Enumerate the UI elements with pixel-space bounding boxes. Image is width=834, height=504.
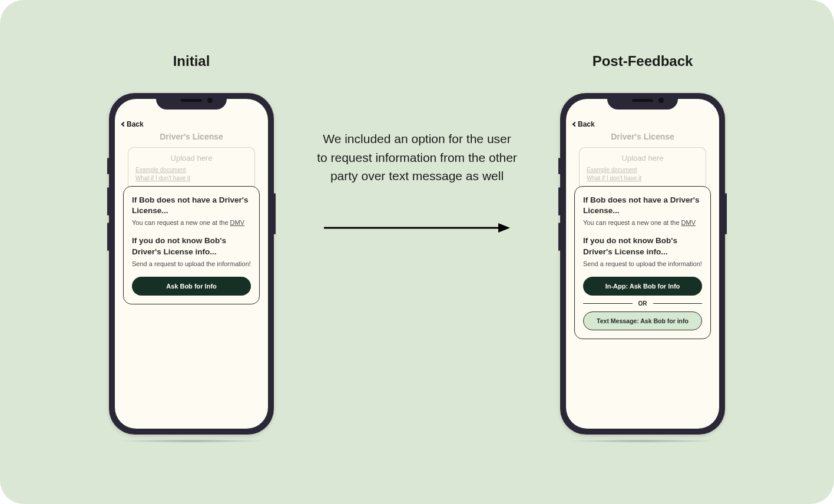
phone-side-button xyxy=(107,158,109,174)
explanation-block: We included an option for the user to re… xyxy=(317,130,517,235)
back-label: Back xyxy=(127,120,144,128)
modal-body-1: You can request a new one at the DMV xyxy=(132,218,251,227)
modal-body-1-text: You can request a new one at the xyxy=(583,219,681,226)
phone-side-button xyxy=(558,158,560,174)
upload-title: Upload here xyxy=(135,154,247,163)
comparison-canvas: Initial Back Driver's License Upload her… xyxy=(0,0,834,504)
phone-screen-post: Back Driver's License Upload here Exampl… xyxy=(566,99,719,429)
back-label: Back xyxy=(578,120,595,128)
modal-heading-1: If Bob does not have a Driver's License.… xyxy=(132,195,251,216)
divider-line xyxy=(653,303,703,304)
example-document-link[interactable]: Example document xyxy=(587,166,699,174)
phone-side-button xyxy=(274,193,276,234)
ask-bob-button[interactable]: Ask Bob for Info xyxy=(132,277,251,296)
or-divider: OR xyxy=(583,300,702,307)
missing-doc-link[interactable]: What if I don't have it xyxy=(135,174,247,183)
modal-heading-2: If you do not know Bob's Driver's Licens… xyxy=(132,236,251,257)
phone-side-button xyxy=(107,223,109,251)
upload-title: Upload here xyxy=(587,154,699,163)
in-app-ask-button[interactable]: In-App: Ask Bob for Info xyxy=(583,277,702,296)
upload-card: Upload here Example document What if I d… xyxy=(579,147,706,187)
modal-body-1: You can request a new one at the DMV xyxy=(583,218,702,227)
dmv-link[interactable]: DMV xyxy=(681,219,696,226)
upload-card: Upload here Example document What if I d… xyxy=(128,147,255,187)
back-button[interactable]: Back xyxy=(122,120,261,128)
modal-heading-1: If Bob does not have a Driver's License.… xyxy=(583,195,702,216)
initial-column: Initial Back Driver's License Upload her… xyxy=(109,53,274,435)
modal-heading-2: If you do not know Bob's Driver's Licens… xyxy=(583,236,702,257)
initial-title: Initial xyxy=(173,53,210,69)
modal-body-2: Send a request to upload the information… xyxy=(132,260,251,268)
phone-notch xyxy=(156,93,227,110)
phone-frame-post: Back Driver's License Upload here Exampl… xyxy=(560,93,725,435)
explanation-text: We included an option for the user to re… xyxy=(317,130,517,185)
dmv-link[interactable]: DMV xyxy=(230,219,244,226)
missing-doc-link[interactable]: What if I don't have it xyxy=(587,174,699,183)
example-document-link[interactable]: Example document xyxy=(135,166,247,174)
modal-body-2: Send a request to upload the information… xyxy=(583,260,702,268)
chevron-left-icon xyxy=(121,122,126,127)
divider-line xyxy=(583,303,633,304)
phone-side-button xyxy=(558,187,560,215)
phone-side-button xyxy=(725,193,727,234)
help-modal: If Bob does not have a Driver's License.… xyxy=(123,186,260,304)
help-modal: If Bob does not have a Driver's License.… xyxy=(574,186,711,339)
chevron-left-icon xyxy=(572,122,577,127)
page-title: Driver's License xyxy=(573,132,712,141)
back-button[interactable]: Back xyxy=(573,120,712,128)
arrow-icon xyxy=(317,221,517,235)
or-label: OR xyxy=(638,300,647,307)
phone-screen-initial: Back Driver's License Upload here Exampl… xyxy=(115,99,268,429)
phone-notch xyxy=(607,93,678,110)
page-title: Driver's License xyxy=(122,132,261,141)
post-feedback-column: Post-Feedback Back Driver's License Uplo… xyxy=(560,53,725,435)
phone-side-button xyxy=(107,187,109,215)
svg-marker-1 xyxy=(498,223,510,233)
modal-body-1-text: You can request a new one at the xyxy=(132,219,230,226)
post-feedback-title: Post-Feedback xyxy=(593,53,693,69)
phone-side-button xyxy=(558,223,560,251)
text-message-ask-button[interactable]: Text Message: Ask Bob for info xyxy=(583,311,702,330)
phone-frame-initial: Back Driver's License Upload here Exampl… xyxy=(109,93,274,435)
